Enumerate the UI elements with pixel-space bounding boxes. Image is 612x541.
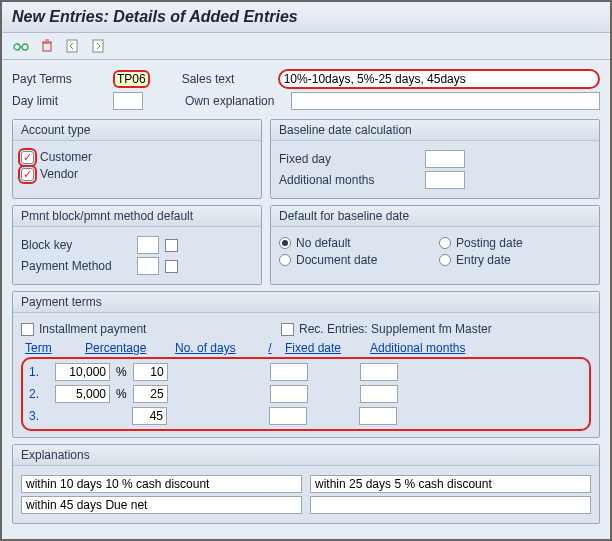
explanation-line[interactable]: [310, 496, 591, 514]
svg-rect-7: [93, 40, 103, 52]
baseline-calc-title: Baseline date calculation: [271, 120, 599, 141]
rec-entries-label: Rec. Entries: Supplement fm Master: [299, 322, 492, 336]
explanation-line[interactable]: [21, 496, 302, 514]
payment-terms-title: Payment terms: [13, 292, 599, 313]
vendor-checkbox[interactable]: [21, 168, 34, 181]
term-header: Term Percentage No. of days / Fixed date…: [21, 339, 591, 357]
fixed-input[interactable]: [270, 385, 308, 403]
no-default-label: No default: [296, 236, 351, 250]
addm-input[interactable]: [360, 363, 398, 381]
row-num: 1.: [29, 365, 49, 379]
row-num: 3.: [29, 409, 49, 423]
own-explanation-label: Own explanation: [185, 94, 285, 108]
delete-icon[interactable]: [38, 37, 56, 55]
payment-method-label: Payment Method: [21, 259, 131, 273]
days-input[interactable]: [133, 363, 168, 381]
entry-date-label: Entry date: [456, 253, 511, 267]
day-limit-label: Day limit: [12, 94, 107, 108]
addm-input[interactable]: [360, 385, 398, 403]
toolbar: [2, 33, 610, 60]
posting-date-label: Posting date: [456, 236, 523, 250]
account-type-title: Account type: [13, 120, 261, 141]
term-row: 1. %: [23, 361, 589, 383]
prev-icon[interactable]: [64, 37, 82, 55]
pct-input[interactable]: [55, 363, 110, 381]
rec-entries-checkbox[interactable]: [281, 323, 294, 336]
no-default-radio[interactable]: [279, 237, 291, 249]
fixed-input[interactable]: [269, 407, 307, 425]
installment-label: Installment payment: [39, 322, 146, 336]
fixed-input[interactable]: [270, 363, 308, 381]
default-baseline-title: Default for baseline date: [271, 206, 599, 227]
document-date-label: Document date: [296, 253, 377, 267]
posting-date-radio[interactable]: [439, 237, 451, 249]
sales-text-label: Sales text: [182, 72, 272, 86]
next-icon[interactable]: [90, 37, 108, 55]
block-key-label: Block key: [21, 238, 131, 252]
payment-method-checkbox[interactable]: [165, 260, 178, 273]
svg-point-1: [22, 44, 28, 50]
block-key-input[interactable]: [137, 236, 159, 254]
fixed-day-input[interactable]: [425, 150, 465, 168]
additional-months-label: Additional months: [279, 173, 419, 187]
block-key-checkbox[interactable]: [165, 239, 178, 252]
document-date-radio[interactable]: [279, 254, 291, 266]
pct-input[interactable]: [55, 385, 110, 403]
additional-months-input[interactable]: [425, 171, 465, 189]
svg-point-0: [14, 44, 20, 50]
entry-date-radio[interactable]: [439, 254, 451, 266]
installment-checkbox[interactable]: [21, 323, 34, 336]
customer-checkbox[interactable]: [21, 151, 34, 164]
payment-method-input[interactable]: [137, 257, 159, 275]
term-table: 1. % 2. %: [21, 357, 591, 431]
explanation-line[interactable]: [21, 475, 302, 493]
term-row: 2. %: [23, 383, 589, 405]
customer-label: Customer: [40, 150, 92, 164]
days-input[interactable]: [132, 407, 167, 425]
day-limit-input[interactable]: [113, 92, 143, 110]
svg-rect-6: [67, 40, 77, 52]
term-row: 3.: [23, 405, 589, 427]
explanations-title: Explanations: [13, 445, 599, 466]
sales-text-input[interactable]: 10%-10days, 5%-25 days, 45days: [278, 69, 600, 89]
days-input[interactable]: [133, 385, 168, 403]
payt-terms-input[interactable]: TP06: [113, 70, 150, 88]
glasses-icon[interactable]: [12, 37, 30, 55]
explanation-line[interactable]: [310, 475, 591, 493]
vendor-label: Vendor: [40, 167, 78, 181]
fixed-day-label: Fixed day: [279, 152, 419, 166]
addm-input[interactable]: [359, 407, 397, 425]
payt-terms-label: Payt Terms: [12, 72, 107, 86]
row-num: 2.: [29, 387, 49, 401]
svg-rect-3: [43, 43, 51, 51]
pmnt-block-title: Pmnt block/pmnt method default: [13, 206, 261, 227]
own-explanation-input[interactable]: [291, 92, 600, 110]
page-title: New Entries: Details of Added Entries: [2, 2, 610, 33]
